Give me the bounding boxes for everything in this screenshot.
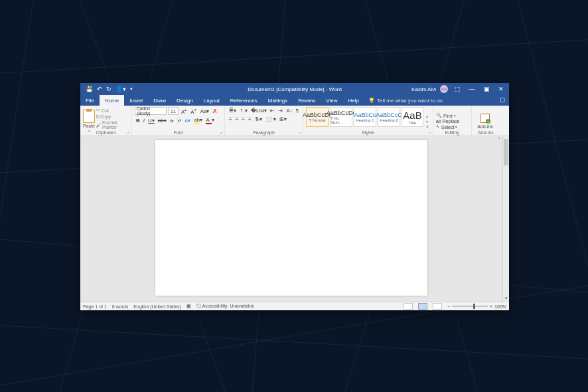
- minimize-icon[interactable]: —: [467, 84, 477, 94]
- vertical-scrollbar[interactable]: ▴ ▾: [502, 136, 509, 302]
- scroll-thumb[interactable]: [504, 139, 508, 165]
- change-case-icon[interactable]: Aa▾: [199, 108, 211, 114]
- tell-me-label: Tell me what you want to do: [377, 98, 443, 104]
- tab-insert[interactable]: Insert: [124, 95, 148, 106]
- scroll-down-icon[interactable]: ▾: [503, 295, 509, 302]
- tell-me-search[interactable]: 💡 Tell me what you want to do: [368, 95, 443, 106]
- clear-formatting-icon[interactable]: A̸: [212, 108, 218, 114]
- zoom-out-icon[interactable]: −: [447, 304, 450, 309]
- bullets-icon[interactable]: ≣▾: [228, 108, 238, 114]
- text-effects-icon[interactable]: A▾: [183, 118, 192, 124]
- ribbon-options-icon[interactable]: ⬚: [452, 84, 463, 94]
- styles-launcher-icon[interactable]: ⤢: [428, 130, 431, 135]
- italic-button[interactable]: I: [142, 118, 146, 124]
- user-avatar[interactable]: KA: [440, 85, 448, 93]
- style-normal[interactable]: AaBbCcDc¶ Normal: [306, 107, 329, 127]
- cut-button[interactable]: ✂Cut: [96, 108, 129, 113]
- multilevel-icon[interactable]: �List▾: [250, 108, 268, 114]
- style-heading2[interactable]: AaBbCcCHeading 2: [378, 107, 400, 127]
- tab-file[interactable]: File: [80, 95, 100, 106]
- group-label-clipboard: Clipboard: [80, 130, 131, 135]
- replace-icon: ab: [436, 119, 441, 124]
- group-addins: Add-ins Add-ins: [472, 106, 500, 136]
- user-name[interactable]: Kazim Alvi: [411, 86, 436, 92]
- save-icon[interactable]: 💾: [86, 86, 93, 92]
- macro-icon[interactable]: ▦: [186, 304, 191, 309]
- group-styles: AaBbCcDc¶ Normal AaBbCcDc¶ No Spac... Aa…: [303, 106, 433, 136]
- find-button[interactable]: 🔍Find▾: [436, 113, 459, 118]
- decrease-indent-icon[interactable]: ⇤: [269, 108, 276, 114]
- share-icon[interactable]: ☐: [500, 97, 505, 104]
- accessibility-status[interactable]: ⓘ Accessibility: Unavailable: [196, 303, 254, 310]
- font-name-select[interactable]: Calibri (Body): [135, 107, 167, 115]
- svg-line-9: [0, 326, 588, 359]
- page-count[interactable]: Page 1 of 1: [83, 304, 107, 309]
- group-editing: 🔍Find▾ abReplace ↖Select▾ Editing: [433, 106, 472, 136]
- font-color-icon[interactable]: A▾: [204, 117, 216, 124]
- strike-button[interactable]: abc: [157, 118, 168, 124]
- numbering-icon[interactable]: ⒈▾: [238, 107, 249, 114]
- align-left-icon[interactable]: ≡: [228, 116, 234, 122]
- style-nospacing[interactable]: AaBbCcDc¶ No Spac...: [330, 107, 352, 127]
- shading-icon[interactable]: ⬚▾: [264, 116, 277, 122]
- select-button[interactable]: ↖Select▾: [436, 124, 459, 130]
- tab-view[interactable]: View: [321, 95, 342, 106]
- font-launcher-icon[interactable]: ⤢: [220, 130, 223, 135]
- maximize-icon[interactable]: ▣: [481, 84, 492, 94]
- redo-icon[interactable]: ↻: [106, 86, 111, 92]
- copy-button[interactable]: ⎘Copy: [96, 114, 129, 119]
- sort-icon[interactable]: A↓: [285, 108, 293, 114]
- subscript-button[interactable]: x₂: [169, 118, 176, 124]
- show-marks-icon[interactable]: ¶: [295, 108, 300, 114]
- document-page[interactable]: [155, 140, 427, 296]
- print-layout-icon[interactable]: [418, 303, 427, 310]
- word-count[interactable]: 0 words: [112, 304, 129, 309]
- styles-up-icon[interactable]: ▴: [426, 114, 429, 118]
- line-spacing-icon[interactable]: ⇅▾: [254, 116, 263, 122]
- highlight-icon[interactable]: ab▾: [192, 117, 204, 124]
- qat-user-icon[interactable]: 👤▾: [115, 86, 126, 92]
- format-painter-button[interactable]: 🖌Format Painter: [96, 120, 129, 130]
- ruler-toggle-icon[interactable]: ⌃: [497, 137, 501, 142]
- align-right-icon[interactable]: ≡: [240, 116, 246, 122]
- align-center-icon[interactable]: ≡: [234, 116, 240, 122]
- web-layout-icon[interactable]: [433, 303, 442, 310]
- language-status[interactable]: English (United States): [133, 304, 181, 309]
- increase-indent-icon[interactable]: ⇥: [277, 108, 284, 114]
- clipboard-launcher-icon[interactable]: ⤢: [127, 130, 130, 135]
- zoom-level[interactable]: 100%: [494, 304, 506, 309]
- style-heading1[interactable]: AaBbCcHeading 1: [354, 107, 376, 127]
- tab-review[interactable]: Review: [293, 95, 321, 106]
- tab-layout[interactable]: Layout: [198, 95, 225, 106]
- bold-button[interactable]: B: [135, 118, 141, 124]
- group-label-editing: Editing: [433, 130, 471, 135]
- tab-help[interactable]: Help: [343, 95, 364, 106]
- tab-home[interactable]: Home: [100, 95, 124, 106]
- borders-icon[interactable]: ⊞▾: [278, 116, 288, 122]
- tab-mailings[interactable]: Mailings: [263, 95, 293, 106]
- styles-down-icon[interactable]: ▾: [426, 119, 429, 124]
- underline-button[interactable]: U▾: [147, 118, 156, 124]
- tab-design[interactable]: Design: [171, 95, 198, 106]
- undo-icon[interactable]: ↶: [97, 86, 102, 92]
- shrink-font-icon[interactable]: A▾: [189, 108, 197, 115]
- font-size-select[interactable]: 11: [168, 107, 179, 115]
- grow-font-icon[interactable]: A▴: [180, 108, 188, 115]
- paragraph-launcher-icon[interactable]: ⤢: [298, 130, 301, 135]
- close-icon[interactable]: ✕: [496, 84, 506, 94]
- justify-icon[interactable]: ≡: [247, 116, 253, 122]
- read-mode-icon[interactable]: [404, 303, 413, 310]
- style-title[interactable]: AaBTitle: [402, 107, 423, 127]
- zoom-in-icon[interactable]: +: [490, 304, 492, 309]
- scissors-icon: ✂: [96, 108, 100, 113]
- ribbon-tabs: File Home Insert Draw Design Layout Refe…: [80, 95, 509, 106]
- superscript-button[interactable]: x²: [176, 118, 183, 123]
- qat-customize-icon[interactable]: ▾: [130, 86, 133, 92]
- group-label-font: Font: [132, 130, 224, 135]
- replace-button[interactable]: abReplace: [436, 119, 459, 124]
- tab-draw[interactable]: Draw: [148, 95, 171, 106]
- svg-line-4: [0, 0, 33, 392]
- styles-more-icon[interactable]: ⊻: [426, 124, 429, 129]
- zoom-slider[interactable]: [452, 306, 488, 307]
- tab-references[interactable]: References: [225, 95, 263, 106]
